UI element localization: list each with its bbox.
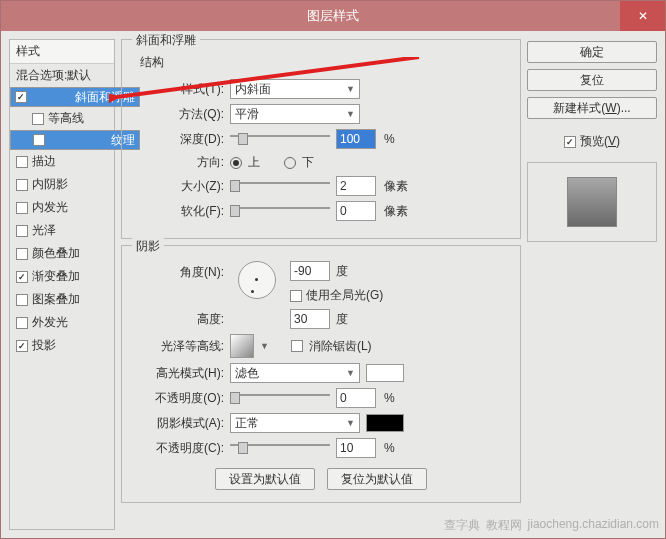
gloss-contour-swatch[interactable]	[230, 334, 254, 358]
chevron-down-icon: ▼	[346, 84, 355, 94]
antialias-checkbox[interactable]	[291, 340, 303, 352]
checkbox-icon[interactable]	[564, 136, 576, 148]
checkbox-icon[interactable]	[15, 91, 27, 103]
angle-input[interactable]: -90	[290, 261, 330, 281]
preview-swatch	[567, 177, 617, 227]
size-label: 大小(Z):	[134, 178, 224, 195]
group-title: 斜面和浮雕	[132, 32, 200, 49]
technique-select[interactable]: 平滑▼	[230, 104, 360, 124]
sidebar-item-gradient-overlay[interactable]: 渐变叠加	[10, 265, 114, 288]
checkbox-icon[interactable]	[16, 317, 28, 329]
global-light-checkbox[interactable]	[290, 290, 302, 302]
direction-label: 方向:	[134, 154, 224, 171]
preview-box	[527, 162, 657, 242]
chevron-down-icon: ▼	[346, 418, 355, 428]
bevel-group: 斜面和浮雕 结构 样式(T):内斜面▼ 方法(Q):平滑▼ 深度(D):100%…	[121, 39, 521, 239]
sidebar-item-inner-glow[interactable]: 内发光	[10, 196, 114, 219]
window-title: 图层样式	[1, 7, 665, 25]
checkbox-icon[interactable]	[16, 340, 28, 352]
shadow-color-swatch[interactable]	[366, 414, 404, 432]
highlight-mode-label: 高光模式(H):	[134, 365, 224, 382]
depth-label: 深度(D):	[134, 131, 224, 148]
highlight-opacity-slider[interactable]	[230, 391, 330, 405]
new-style-button[interactable]: 新建样式(W)...	[527, 97, 657, 119]
sidebar-item-outer-glow[interactable]: 外发光	[10, 311, 114, 334]
sidebar-item-drop-shadow[interactable]: 投影	[10, 334, 114, 357]
cancel-button[interactable]: 复位	[527, 69, 657, 91]
settings-panel: 斜面和浮雕 结构 样式(T):内斜面▼ 方法(Q):平滑▼ 深度(D):100%…	[121, 39, 521, 530]
highlight-opacity-label: 不透明度(O):	[134, 390, 224, 407]
depth-slider[interactable]	[230, 132, 330, 146]
checkbox-icon[interactable]	[16, 271, 28, 283]
dir-up-radio[interactable]	[230, 157, 242, 169]
dialog-window: 图层样式 ✕ 样式 混合选项:默认 斜面和浮雕 等高线 纹理 描边 内阴影 内发…	[0, 0, 666, 539]
styles-sidebar: 样式 混合选项:默认 斜面和浮雕 等高线 纹理 描边 内阴影 内发光 光泽 颜色…	[9, 39, 115, 530]
highlight-opacity-input[interactable]: 0	[336, 388, 376, 408]
style-label: 样式(T):	[134, 81, 224, 98]
group-title: 阴影	[132, 238, 164, 255]
shadow-opacity-slider[interactable]	[230, 441, 330, 455]
soften-input[interactable]: 0	[336, 201, 376, 221]
shading-group: 阴影 角度(N): -90度 使用全局光(G) 高度:30度 光泽等高线:▼消除…	[121, 245, 521, 503]
checkbox-icon[interactable]	[16, 179, 28, 191]
chevron-down-icon: ▼	[346, 109, 355, 119]
watermark: 查字典教程网jiaocheng.chazidian.com	[444, 517, 659, 534]
soften-label: 软化(F):	[134, 203, 224, 220]
titlebar: 图层样式 ✕	[1, 1, 665, 31]
checkbox-icon[interactable]	[32, 113, 44, 125]
close-button[interactable]: ✕	[620, 1, 665, 31]
checkbox-icon[interactable]	[16, 294, 28, 306]
chevron-down-icon: ▼	[346, 368, 355, 378]
shadow-opacity-input[interactable]: 10	[336, 438, 376, 458]
sidebar-item-color-overlay[interactable]: 颜色叠加	[10, 242, 114, 265]
sidebar-header: 样式	[10, 40, 114, 64]
shadow-mode-select[interactable]: 正常▼	[230, 413, 360, 433]
make-default-button[interactable]: 设置为默认值	[215, 468, 315, 490]
highlight-color-swatch[interactable]	[366, 364, 404, 382]
right-panel: 确定 复位 新建样式(W)... 预览(V)	[527, 39, 657, 530]
checkbox-icon[interactable]	[33, 134, 45, 146]
soften-slider[interactable]	[230, 204, 330, 218]
style-select[interactable]: 内斜面▼	[230, 79, 360, 99]
highlight-mode-select[interactable]: 滤色▼	[230, 363, 360, 383]
ok-button[interactable]: 确定	[527, 41, 657, 63]
dir-down-radio[interactable]	[284, 157, 296, 169]
angle-label: 角度(N):	[134, 261, 224, 281]
sidebar-item-inner-shadow[interactable]: 内阴影	[10, 173, 114, 196]
blend-options[interactable]: 混合选项:默认	[10, 64, 114, 87]
structure-label: 结构	[140, 54, 508, 71]
size-slider[interactable]	[230, 179, 330, 193]
shadow-opacity-label: 不透明度(C):	[134, 440, 224, 457]
altitude-input[interactable]: 30	[290, 309, 330, 329]
checkbox-icon[interactable]	[16, 225, 28, 237]
reset-default-button[interactable]: 复位为默认值	[327, 468, 427, 490]
checkbox-icon[interactable]	[16, 248, 28, 260]
angle-control[interactable]	[238, 261, 276, 299]
size-input[interactable]: 2	[336, 176, 376, 196]
preview-toggle[interactable]: 预览(V)	[527, 133, 657, 150]
shadow-mode-label: 阴影模式(A):	[134, 415, 224, 432]
altitude-label: 高度:	[134, 311, 224, 328]
depth-input[interactable]: 100	[336, 129, 376, 149]
gloss-contour-label: 光泽等高线:	[134, 338, 224, 355]
sidebar-item-stroke[interactable]: 描边	[10, 150, 114, 173]
technique-label: 方法(Q):	[134, 106, 224, 123]
sidebar-item-pattern-overlay[interactable]: 图案叠加	[10, 288, 114, 311]
content-area: 样式 混合选项:默认 斜面和浮雕 等高线 纹理 描边 内阴影 内发光 光泽 颜色…	[1, 31, 665, 538]
checkbox-icon[interactable]	[16, 156, 28, 168]
checkbox-icon[interactable]	[16, 202, 28, 214]
chevron-down-icon[interactable]: ▼	[260, 341, 269, 351]
sidebar-item-contour[interactable]: 等高线	[10, 107, 114, 130]
sidebar-item-satin[interactable]: 光泽	[10, 219, 114, 242]
